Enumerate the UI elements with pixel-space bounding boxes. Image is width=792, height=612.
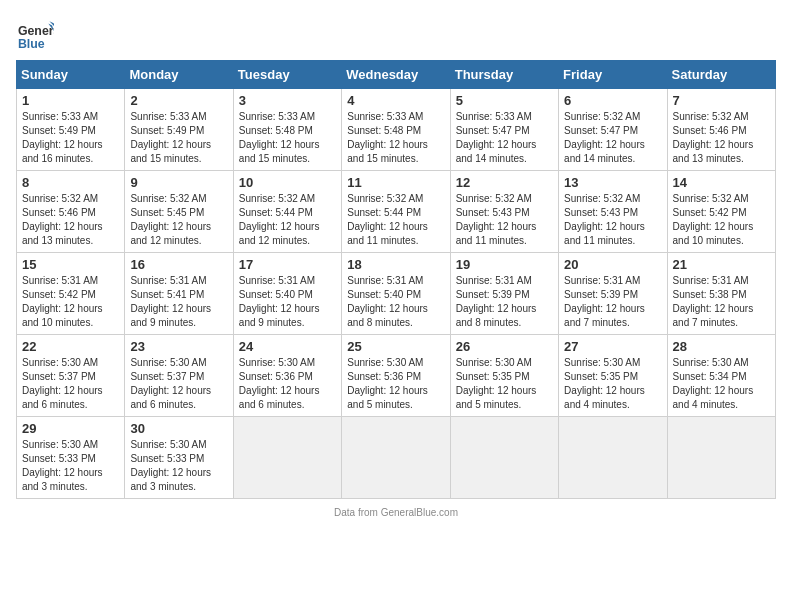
logo-icon: General Blue <box>16 16 54 54</box>
logo: General Blue <box>16 16 54 54</box>
calendar-day: 1Sunrise: 5:33 AMSunset: 5:49 PMDaylight… <box>17 89 125 171</box>
day-info: Sunrise: 5:33 AMSunset: 5:49 PMDaylight:… <box>22 111 103 164</box>
day-number: 3 <box>239 93 336 108</box>
day-number: 11 <box>347 175 444 190</box>
day-number: 23 <box>130 339 227 354</box>
calendar-day <box>559 417 667 499</box>
day-number: 26 <box>456 339 553 354</box>
day-number: 19 <box>456 257 553 272</box>
calendar-day: 2Sunrise: 5:33 AMSunset: 5:49 PMDaylight… <box>125 89 233 171</box>
day-info: Sunrise: 5:31 AMSunset: 5:40 PMDaylight:… <box>347 275 428 328</box>
day-number: 14 <box>673 175 770 190</box>
day-number: 16 <box>130 257 227 272</box>
header-tuesday: Tuesday <box>233 61 341 89</box>
day-info: Sunrise: 5:30 AMSunset: 5:37 PMDaylight:… <box>130 357 211 410</box>
day-info: Sunrise: 5:32 AMSunset: 5:45 PMDaylight:… <box>130 193 211 246</box>
day-info: Sunrise: 5:32 AMSunset: 5:44 PMDaylight:… <box>239 193 320 246</box>
day-number: 20 <box>564 257 661 272</box>
day-info: Sunrise: 5:32 AMSunset: 5:44 PMDaylight:… <box>347 193 428 246</box>
day-number: 7 <box>673 93 770 108</box>
calendar-day: 19Sunrise: 5:31 AMSunset: 5:39 PMDayligh… <box>450 253 558 335</box>
calendar-day: 15Sunrise: 5:31 AMSunset: 5:42 PMDayligh… <box>17 253 125 335</box>
day-info: Sunrise: 5:31 AMSunset: 5:41 PMDaylight:… <box>130 275 211 328</box>
day-number: 17 <box>239 257 336 272</box>
day-info: Sunrise: 5:30 AMSunset: 5:33 PMDaylight:… <box>130 439 211 492</box>
day-info: Sunrise: 5:33 AMSunset: 5:48 PMDaylight:… <box>347 111 428 164</box>
day-info: Sunrise: 5:30 AMSunset: 5:33 PMDaylight:… <box>22 439 103 492</box>
calendar-day: 3Sunrise: 5:33 AMSunset: 5:48 PMDaylight… <box>233 89 341 171</box>
header-monday: Monday <box>125 61 233 89</box>
calendar-week-row: 29Sunrise: 5:30 AMSunset: 5:33 PMDayligh… <box>17 417 776 499</box>
header-thursday: Thursday <box>450 61 558 89</box>
calendar-day <box>233 417 341 499</box>
calendar-day <box>342 417 450 499</box>
day-info: Sunrise: 5:31 AMSunset: 5:42 PMDaylight:… <box>22 275 103 328</box>
day-info: Sunrise: 5:33 AMSunset: 5:47 PMDaylight:… <box>456 111 537 164</box>
day-info: Sunrise: 5:33 AMSunset: 5:48 PMDaylight:… <box>239 111 320 164</box>
calendar-day: 14Sunrise: 5:32 AMSunset: 5:42 PMDayligh… <box>667 171 775 253</box>
calendar-day: 24Sunrise: 5:30 AMSunset: 5:36 PMDayligh… <box>233 335 341 417</box>
weekday-header-row: Sunday Monday Tuesday Wednesday Thursday… <box>17 61 776 89</box>
calendar-day: 17Sunrise: 5:31 AMSunset: 5:40 PMDayligh… <box>233 253 341 335</box>
calendar-day: 29Sunrise: 5:30 AMSunset: 5:33 PMDayligh… <box>17 417 125 499</box>
day-info: Sunrise: 5:30 AMSunset: 5:36 PMDaylight:… <box>347 357 428 410</box>
day-number: 5 <box>456 93 553 108</box>
day-info: Sunrise: 5:32 AMSunset: 5:42 PMDaylight:… <box>673 193 754 246</box>
calendar-week-row: 22Sunrise: 5:30 AMSunset: 5:37 PMDayligh… <box>17 335 776 417</box>
footer: Data from GeneralBlue.com <box>16 507 776 518</box>
calendar-day: 12Sunrise: 5:32 AMSunset: 5:43 PMDayligh… <box>450 171 558 253</box>
day-info: Sunrise: 5:30 AMSunset: 5:36 PMDaylight:… <box>239 357 320 410</box>
day-info: Sunrise: 5:31 AMSunset: 5:38 PMDaylight:… <box>673 275 754 328</box>
calendar-day: 21Sunrise: 5:31 AMSunset: 5:38 PMDayligh… <box>667 253 775 335</box>
day-number: 18 <box>347 257 444 272</box>
calendar-day: 10Sunrise: 5:32 AMSunset: 5:44 PMDayligh… <box>233 171 341 253</box>
day-info: Sunrise: 5:32 AMSunset: 5:46 PMDaylight:… <box>22 193 103 246</box>
day-info: Sunrise: 5:30 AMSunset: 5:34 PMDaylight:… <box>673 357 754 410</box>
calendar-day: 8Sunrise: 5:32 AMSunset: 5:46 PMDaylight… <box>17 171 125 253</box>
calendar-day: 13Sunrise: 5:32 AMSunset: 5:43 PMDayligh… <box>559 171 667 253</box>
svg-text:General: General <box>18 24 54 38</box>
day-number: 22 <box>22 339 119 354</box>
calendar-day: 28Sunrise: 5:30 AMSunset: 5:34 PMDayligh… <box>667 335 775 417</box>
day-info: Sunrise: 5:31 AMSunset: 5:39 PMDaylight:… <box>456 275 537 328</box>
calendar-week-row: 15Sunrise: 5:31 AMSunset: 5:42 PMDayligh… <box>17 253 776 335</box>
day-number: 4 <box>347 93 444 108</box>
day-number: 9 <box>130 175 227 190</box>
calendar-day: 22Sunrise: 5:30 AMSunset: 5:37 PMDayligh… <box>17 335 125 417</box>
page-header: General Blue <box>16 16 776 54</box>
day-number: 27 <box>564 339 661 354</box>
calendar-day: 16Sunrise: 5:31 AMSunset: 5:41 PMDayligh… <box>125 253 233 335</box>
day-number: 30 <box>130 421 227 436</box>
calendar-day: 25Sunrise: 5:30 AMSunset: 5:36 PMDayligh… <box>342 335 450 417</box>
day-number: 2 <box>130 93 227 108</box>
calendar-day: 18Sunrise: 5:31 AMSunset: 5:40 PMDayligh… <box>342 253 450 335</box>
calendar-day: 27Sunrise: 5:30 AMSunset: 5:35 PMDayligh… <box>559 335 667 417</box>
calendar-day: 20Sunrise: 5:31 AMSunset: 5:39 PMDayligh… <box>559 253 667 335</box>
calendar-table: Sunday Monday Tuesday Wednesday Thursday… <box>16 60 776 499</box>
calendar-day: 5Sunrise: 5:33 AMSunset: 5:47 PMDaylight… <box>450 89 558 171</box>
day-number: 8 <box>22 175 119 190</box>
calendar-day: 26Sunrise: 5:30 AMSunset: 5:35 PMDayligh… <box>450 335 558 417</box>
day-number: 29 <box>22 421 119 436</box>
header-wednesday: Wednesday <box>342 61 450 89</box>
header-sunday: Sunday <box>17 61 125 89</box>
day-number: 13 <box>564 175 661 190</box>
day-number: 1 <box>22 93 119 108</box>
header-saturday: Saturday <box>667 61 775 89</box>
day-info: Sunrise: 5:31 AMSunset: 5:39 PMDaylight:… <box>564 275 645 328</box>
day-number: 28 <box>673 339 770 354</box>
day-number: 6 <box>564 93 661 108</box>
header-friday: Friday <box>559 61 667 89</box>
calendar-week-row: 8Sunrise: 5:32 AMSunset: 5:46 PMDaylight… <box>17 171 776 253</box>
calendar-week-row: 1Sunrise: 5:33 AMSunset: 5:49 PMDaylight… <box>17 89 776 171</box>
calendar-day: 23Sunrise: 5:30 AMSunset: 5:37 PMDayligh… <box>125 335 233 417</box>
calendar-day: 11Sunrise: 5:32 AMSunset: 5:44 PMDayligh… <box>342 171 450 253</box>
day-info: Sunrise: 5:32 AMSunset: 5:47 PMDaylight:… <box>564 111 645 164</box>
day-number: 25 <box>347 339 444 354</box>
day-number: 24 <box>239 339 336 354</box>
calendar-day <box>667 417 775 499</box>
calendar-day: 7Sunrise: 5:32 AMSunset: 5:46 PMDaylight… <box>667 89 775 171</box>
day-number: 10 <box>239 175 336 190</box>
day-info: Sunrise: 5:32 AMSunset: 5:43 PMDaylight:… <box>564 193 645 246</box>
calendar-day: 4Sunrise: 5:33 AMSunset: 5:48 PMDaylight… <box>342 89 450 171</box>
